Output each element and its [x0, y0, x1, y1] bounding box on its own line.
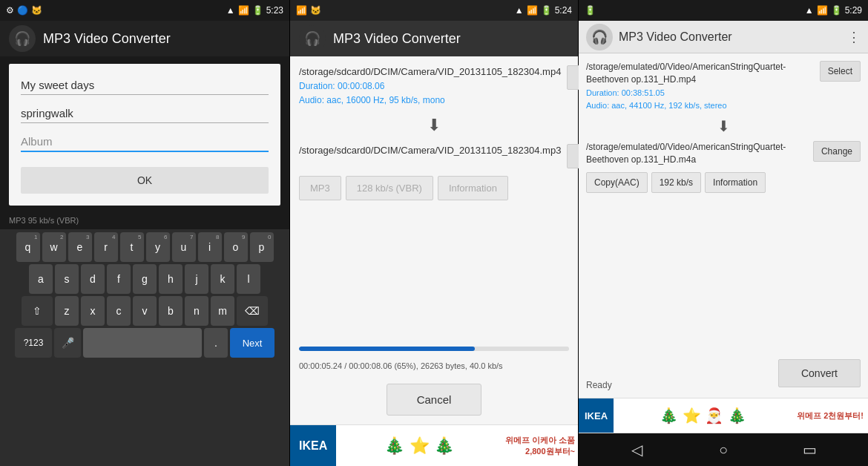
status-ready-label: Ready: [586, 374, 612, 390]
back-button[interactable]: ◁: [623, 439, 650, 460]
key-n[interactable]: n: [185, 296, 208, 326]
ikea-logo-2: IKEA: [290, 425, 336, 466]
panel-converter: 📶 🐱 ▲ 📶 🔋 5:24 🎧 MP3 Video Converter /st…: [289, 0, 579, 466]
shift-key[interactable]: ⇧: [22, 296, 53, 326]
key-l[interactable]: l: [237, 264, 260, 294]
recents-button[interactable]: ▭: [797, 439, 823, 460]
recents-icon: ▭: [803, 441, 817, 459]
format-info-button-3[interactable]: Information: [705, 172, 766, 193]
ad-text-2[interactable]: 위메프 이케아 소품 2,800원부터~: [502, 432, 578, 460]
app-title-1: MP3 Video Converter: [43, 31, 171, 47]
dest-file-path: /storage/sdcard0/DCIM/Camera/VID_2013110…: [299, 144, 561, 157]
key-j[interactable]: j: [185, 264, 208, 294]
format-bitrate-button-3[interactable]: 192 kb/s: [651, 172, 701, 193]
key-o[interactable]: 9o: [224, 232, 248, 262]
app-title-2: MP3 Video Converter: [333, 31, 461, 47]
cancel-button[interactable]: Cancel: [387, 384, 482, 416]
key-d[interactable]: d: [81, 264, 105, 294]
key-q[interactable]: 1q: [16, 232, 40, 262]
key-p[interactable]: 0p: [250, 232, 274, 262]
status-left-1: ⚙ 🔵 🐱: [6, 5, 42, 16]
key-m[interactable]: m: [211, 296, 234, 326]
app-icon-3: 🎧: [586, 24, 613, 50]
key-k[interactable]: k: [211, 264, 234, 294]
home-button[interactable]: ○: [710, 439, 737, 460]
key-c[interactable]: c: [107, 296, 131, 326]
convert-button[interactable]: Convert: [778, 359, 861, 387]
period-key[interactable]: .: [204, 328, 228, 358]
panel-keyboard: ⚙ 🔵 🐱 ▲ 📶 🔋 5:23 🎧 MP3 Video Converter O…: [0, 0, 289, 466]
key-i[interactable]: 8i: [198, 232, 222, 262]
next-key[interactable]: Next: [230, 328, 274, 358]
metadata-dialog: OK: [9, 64, 280, 206]
status-left-2: 📶 🐱: [296, 5, 321, 16]
key-s[interactable]: s: [55, 264, 79, 294]
keyboard-row-3: ⇧ z x c v b n m ⌫: [1, 296, 288, 326]
signal-bars-2: 📶: [527, 5, 538, 16]
key-t[interactable]: 5t: [120, 232, 144, 262]
progress-bar-container: [299, 347, 569, 351]
key-b[interactable]: b: [159, 296, 183, 326]
format-copy-button[interactable]: Copy(AAC): [586, 172, 648, 193]
signal-icon-2: 📶: [296, 5, 307, 16]
bluetooth-icon: 🔵: [17, 5, 28, 16]
key-y[interactable]: 6y: [146, 232, 170, 262]
signal-icon: 📶: [238, 5, 249, 16]
app-header-2: 🎧 MP3 Video Converter: [290, 21, 578, 56]
numbers-key[interactable]: ?123: [15, 328, 52, 358]
source-path-text: /storage/sdcard0/DCIM/Camera/VID_2013110…: [299, 65, 561, 79]
key-v[interactable]: v: [133, 296, 157, 326]
select-button-3[interactable]: Select: [820, 61, 861, 82]
format-bitrate-button[interactable]: 128 kb/s (VBR): [346, 176, 433, 200]
mic-key[interactable]: 🎤: [54, 328, 81, 358]
title-field[interactable]: [21, 76, 269, 95]
keyboard-row-4: ?123 🎤 . Next: [1, 328, 288, 358]
key-g[interactable]: g: [133, 264, 157, 294]
artist-input[interactable]: [21, 104, 269, 123]
key-z[interactable]: z: [55, 296, 79, 326]
status-right-1: ▲ 📶 🔋 5:23: [226, 5, 283, 16]
battery-icon-3a: 🔋: [585, 5, 596, 16]
format-mp3-button[interactable]: MP3: [299, 176, 341, 200]
artist-field[interactable]: [21, 104, 269, 123]
album-field[interactable]: [21, 132, 269, 152]
key-a[interactable]: a: [29, 264, 53, 294]
progress-bar-fill: [299, 347, 475, 351]
key-x[interactable]: x: [81, 296, 105, 326]
key-r[interactable]: 4r: [94, 232, 118, 262]
ad-decoration-3: 🎄 ⭐ 🎅 🎄: [614, 407, 792, 424]
wifi-icon-2: ▲: [515, 5, 524, 16]
time-3: 5:29: [845, 5, 862, 16]
source-path-text-3: /storage/emulated/0/Video/AmericanString…: [586, 61, 815, 86]
app-icon-1: 🎧: [9, 25, 36, 52]
change-button-3[interactable]: Change: [813, 141, 861, 162]
more-menu-icon[interactable]: ⋮: [847, 29, 861, 45]
format-row-3: Copy(AAC) 192 kb/s Information: [586, 172, 861, 193]
key-u[interactable]: 7u: [172, 232, 196, 262]
battery-icon: 🔋: [252, 5, 263, 16]
album-input[interactable]: [21, 132, 269, 152]
ad-banner-2: IKEA 🎄 ⭐ 🎄 위메프 이케아 소품 2,800원부터~: [290, 424, 578, 466]
status-bar-3: 🔋 ▲ 📶 🔋 5:29: [579, 0, 868, 21]
format-info-button-2[interactable]: Information: [438, 176, 508, 200]
bottom-partial: MP3 95 kb/s (VBR): [0, 213, 289, 229]
arrow-down-3: ⬇: [586, 117, 861, 135]
title-input[interactable]: [21, 76, 269, 95]
key-w[interactable]: 2w: [42, 232, 66, 262]
key-e[interactable]: 3e: [68, 232, 92, 262]
key-h[interactable]: h: [159, 264, 183, 294]
app-icon-2: 🎧: [299, 25, 326, 52]
ad-text-3[interactable]: 위메프 2천원부터!: [792, 407, 868, 424]
ok-button[interactable]: OK: [21, 167, 269, 194]
time-2: 5:24: [555, 5, 572, 16]
space-key[interactable]: [83, 328, 202, 358]
source-audio: Audio: aac, 16000 Hz, 95 kb/s, mono: [299, 94, 561, 107]
ad-banner-3: IKEA 🎄 ⭐ 🎅 🎄 위메프 2천원부터!: [579, 398, 868, 433]
bottom-action-row: Ready Convert: [586, 359, 861, 390]
headphone-icon-2: 🎧: [304, 30, 320, 47]
key-f[interactable]: f: [107, 264, 131, 294]
headphone-icon: 🎧: [14, 30, 30, 47]
dest-path-text: /storage/sdcard0/DCIM/Camera/VID_2013110…: [299, 144, 561, 157]
status-right-2: ▲ 📶 🔋 5:24: [515, 5, 572, 16]
delete-key[interactable]: ⌫: [237, 296, 268, 326]
